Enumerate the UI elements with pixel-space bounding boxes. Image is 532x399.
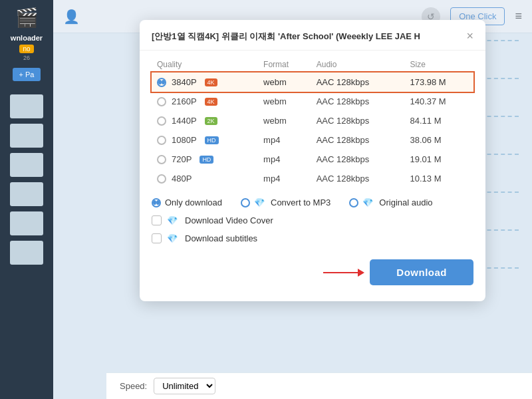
quality-cell: 1080PHD: [152, 130, 258, 150]
premium-icon-mp3: 💎: [254, 198, 265, 207]
quality-rows: 3840P4K webm AAC 128kbps 173.98 M 2160P4…: [152, 72, 473, 189]
subtitles-checkbox[interactable]: [152, 233, 162, 243]
only-download-radio[interactable]: [152, 198, 161, 207]
original-audio-label: Original audio: [379, 198, 432, 207]
only-download-option[interactable]: Only download: [152, 198, 222, 207]
download-button[interactable]: Download: [370, 259, 473, 285]
format-cell: mp4: [258, 130, 311, 150]
sidebar-thumbnails: [10, 94, 43, 265]
size-cell: 10.13 M: [404, 169, 473, 188]
video-cover-checkbox[interactable]: [152, 215, 162, 225]
format-cell: mp4: [258, 169, 311, 188]
subtitles-row[interactable]: 💎 Download subtitles: [140, 229, 485, 247]
sidebar-badge: no: [19, 45, 33, 53]
quality-radio[interactable]: [157, 174, 166, 184]
col-quality: Quality: [152, 57, 258, 72]
quality-table: Quality Format Audio Size 3840P4K webm A…: [152, 57, 473, 188]
quality-badge: 4K: [205, 78, 217, 86]
size-cell: 84.11 M: [404, 111, 473, 130]
film-icon: 🎬: [15, 7, 39, 29]
main-area: 👤 ↺ One Click ≡ [안방1열 직캠4K] 위클리 이재희 'Aft…: [53, 0, 532, 399]
speed-label: Speed:: [120, 381, 147, 391]
speed-bar: Speed: Unlimited1 MB/s2 MB/s5 MB/s: [106, 372, 532, 399]
table-row[interactable]: 720PHD mp4 AAC 128kbps 19.01 M: [152, 150, 473, 169]
size-cell: 19.01 M: [404, 150, 473, 169]
table-row[interactable]: 1440P2K webm AAC 128kbps 84.11 M: [152, 111, 473, 130]
premium-icon-audio: 💎: [362, 198, 373, 207]
sidebar-badge-sub: 26: [23, 55, 30, 61]
original-audio-radio[interactable]: [349, 198, 358, 207]
table-row[interactable]: 1080PHD mp4 AAC 128kbps 38.06 M: [152, 130, 473, 150]
app-name: wnloader: [11, 34, 43, 42]
table-row[interactable]: 2160P4K webm AAC 128kbps 140.37 M: [152, 92, 473, 111]
format-cell: webm: [258, 72, 311, 92]
quality-radio[interactable]: [157, 155, 166, 164]
modal-overlay: [안방1열 직캠4K] 위클리 이재희 'After School' (Weee…: [53, 0, 532, 399]
format-cell: webm: [258, 92, 311, 111]
quality-radio[interactable]: [157, 78, 166, 87]
speed-select[interactable]: Unlimited1 MB/s2 MB/s5 MB/s: [154, 378, 215, 394]
modal-close-button[interactable]: ×: [466, 29, 473, 43]
format-cell: webm: [258, 111, 311, 130]
col-format: Format: [258, 57, 311, 72]
audio-cell: AAC 128kbps: [311, 72, 405, 92]
modal-title: [안방1열 직캠4K] 위클리 이재희 'After School' (Weee…: [152, 31, 460, 43]
table-header: Quality Format Audio Size: [152, 57, 473, 72]
sidebar-thumb-3: [10, 153, 43, 177]
sidebar-thumb-5: [10, 211, 43, 235]
table-header-row: Quality Format Audio Size: [152, 57, 473, 72]
arrow-container: [152, 272, 370, 273]
only-download-label: Only download: [165, 198, 222, 207]
quality-badge: 4K: [205, 98, 217, 106]
audio-cell: AAC 128kbps: [311, 92, 405, 111]
col-audio: Audio: [311, 57, 405, 72]
sidebar-thumb-1: [10, 94, 43, 118]
sidebar-thumb-4: [10, 182, 43, 206]
quality-cell: 1440P2K: [152, 111, 258, 130]
subtitles-label: Download subtitles: [185, 233, 257, 243]
convert-mp3-option[interactable]: 💎 Convert to MP3: [241, 198, 331, 207]
sidebar: 🎬 wnloader no 26 + Pa: [0, 0, 53, 399]
video-cover-label: Download Video Cover: [185, 215, 273, 225]
size-cell: 38.06 M: [404, 130, 473, 150]
quality-radio[interactable]: [157, 136, 166, 145]
size-cell: 173.98 M: [404, 72, 473, 92]
format-cell: mp4: [258, 150, 311, 169]
video-cover-row[interactable]: 💎 Download Video Cover: [140, 211, 485, 229]
premium-icon-subtitles: 💎: [167, 233, 178, 243]
download-options: Only download 💎 Convert to MP3 💎 Origina…: [140, 188, 485, 211]
sidebar-thumb-6: [10, 241, 43, 265]
original-audio-option[interactable]: 💎 Original audio: [349, 198, 432, 207]
quality-badge: HD: [200, 156, 213, 164]
quality-radio[interactable]: [157, 116, 166, 126]
quality-cell: 2160P4K: [152, 92, 258, 111]
audio-cell: AAC 128kbps: [311, 111, 405, 130]
quality-selection-modal: [안방1열 직캠4K] 위클리 이재희 'After School' (Weee…: [140, 20, 485, 301]
audio-cell: AAC 128kbps: [311, 130, 405, 150]
arrow-indicator: [323, 272, 363, 273]
quality-badge: HD: [205, 136, 219, 144]
quality-radio[interactable]: [157, 97, 166, 106]
quality-cell: 3840P4K: [152, 72, 258, 92]
audio-cell: AAC 128kbps: [311, 169, 405, 188]
table-row[interactable]: 3840P4K webm AAC 128kbps 173.98 M: [152, 72, 473, 92]
col-size: Size: [404, 57, 473, 72]
quality-table-container: Quality Format Audio Size 3840P4K webm A…: [140, 51, 485, 188]
audio-cell: AAC 128kbps: [311, 150, 405, 169]
sidebar-thumb-2: [10, 124, 43, 148]
convert-mp3-label: Convert to MP3: [271, 198, 331, 207]
quality-badge: 2K: [205, 117, 217, 125]
modal-header: [안방1열 직캠4K] 위클리 이재희 'After School' (Weee…: [140, 20, 485, 51]
table-row[interactable]: 480P mp4 AAC 128kbps 10.13 M: [152, 169, 473, 188]
download-section: Download: [140, 247, 485, 288]
quality-cell: 480P: [152, 169, 258, 188]
convert-mp3-radio[interactable]: [241, 198, 250, 207]
premium-icon-cover: 💎: [167, 215, 178, 225]
size-cell: 140.37 M: [404, 92, 473, 111]
add-button[interactable]: + Pa: [13, 68, 41, 81]
quality-cell: 720PHD: [152, 150, 258, 169]
